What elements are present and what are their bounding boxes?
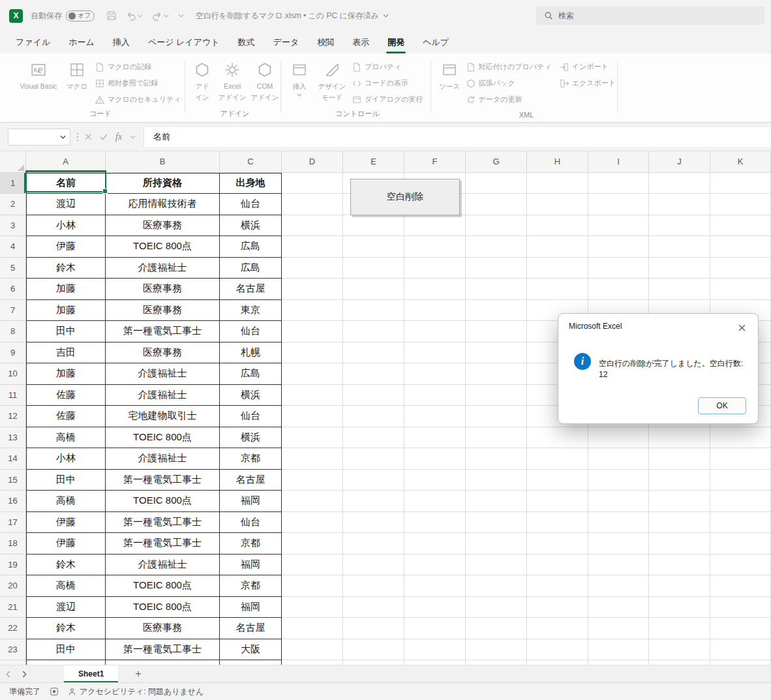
name-box[interactable]	[8, 129, 70, 145]
cell-H3[interactable]	[527, 215, 588, 237]
cell-G9[interactable]	[466, 342, 527, 364]
cell-B23[interactable]: 第一種電気工事士	[106, 639, 220, 661]
cell-C18[interactable]: 京都	[220, 533, 282, 555]
cell-E11[interactable]	[343, 385, 404, 406]
cell-H21[interactable]	[527, 597, 588, 618]
cell-E15[interactable]	[343, 470, 404, 491]
cell-C10[interactable]: 広島	[220, 363, 282, 385]
cell-D4[interactable]	[282, 236, 343, 258]
cell-I16[interactable]	[588, 491, 649, 512]
cell-E5[interactable]	[343, 258, 404, 279]
cell-K14[interactable]	[710, 448, 771, 470]
cell-K20[interactable]	[710, 575, 771, 597]
column-header-B[interactable]: B	[106, 151, 220, 173]
tab-insert[interactable]: 挿入	[106, 31, 136, 53]
cell-H22[interactable]	[527, 618, 588, 639]
cell-A2[interactable]: 渡辺	[26, 194, 106, 215]
save-button[interactable]	[106, 10, 117, 21]
cell-K23[interactable]	[710, 639, 771, 661]
cell-E20[interactable]	[343, 575, 404, 597]
cell-B15[interactable]: 第一種電気工事士	[106, 470, 220, 491]
tab-review[interactable]: 校閲	[310, 31, 340, 53]
row-header-10[interactable]: 10	[0, 363, 26, 385]
com-addins-button[interactable]: COM アドイン	[250, 57, 279, 102]
cell-D20[interactable]	[282, 575, 343, 597]
cell-J24[interactable]	[649, 660, 710, 665]
cell-F20[interactable]	[404, 575, 466, 597]
cell-C17[interactable]: 仙台	[220, 512, 282, 534]
cell-H15[interactable]	[527, 470, 588, 491]
row-header-20[interactable]: 20	[0, 575, 26, 597]
undo-button[interactable]	[126, 10, 143, 21]
cell-H17[interactable]	[527, 512, 588, 534]
cell-I18[interactable]	[588, 533, 649, 555]
cell-H19[interactable]	[527, 555, 588, 576]
cell-B9[interactable]: 医療事務	[106, 342, 220, 364]
cell-E3[interactable]	[343, 215, 404, 237]
row-header-21[interactable]: 21	[0, 597, 26, 618]
cell-H1[interactable]	[527, 173, 588, 194]
cell-J18[interactable]	[649, 533, 710, 555]
row-header-7[interactable]: 7	[0, 300, 26, 322]
cell-B12[interactable]: 宅地建物取引士	[106, 406, 220, 427]
cell-A18[interactable]: 伊藤	[26, 533, 106, 555]
cell-E19[interactable]	[343, 555, 404, 576]
cell-F14[interactable]	[404, 448, 466, 470]
cell-F12[interactable]	[404, 406, 466, 427]
tab-view[interactable]: 表示	[346, 31, 376, 53]
cell-A1[interactable]: 名前	[26, 173, 106, 194]
cell-I17[interactable]	[588, 512, 649, 534]
run-dialog-button[interactable]: ダイアログの実行	[352, 91, 423, 108]
design-mode-button[interactable]: デザイン モード	[316, 57, 348, 102]
cell-C6[interactable]: 名古屋	[220, 279, 282, 300]
excel-addins-button[interactable]: Excel アドイン	[218, 57, 247, 102]
formula-field[interactable]: 名前	[144, 127, 771, 147]
cell-F7[interactable]	[404, 300, 466, 322]
cell-E14[interactable]	[343, 448, 404, 470]
add-sheet-button[interactable]: +	[118, 665, 158, 682]
dialog-close-button[interactable]	[732, 319, 751, 336]
cell-K17[interactable]	[710, 512, 771, 534]
cell-C21[interactable]: 福岡	[220, 597, 282, 618]
cell-C7[interactable]: 東京	[220, 300, 282, 322]
row-header-15[interactable]: 15	[0, 470, 26, 491]
refresh-data-button[interactable]: データの更新	[466, 91, 556, 108]
properties-button[interactable]: プロパティ	[352, 59, 423, 75]
cell-F8[interactable]	[404, 321, 466, 342]
cell-J22[interactable]	[649, 618, 710, 639]
cell-H14[interactable]	[527, 448, 588, 470]
cell-F24[interactable]	[404, 660, 466, 665]
cell-B2[interactable]: 応用情報技術者	[106, 194, 220, 215]
cell-A16[interactable]: 高橋	[26, 491, 106, 512]
row-header-4[interactable]: 4	[0, 236, 26, 258]
visual-basic-button[interactable]: Visual Basic	[18, 57, 59, 91]
cell-A20[interactable]: 高橋	[26, 575, 106, 597]
row-header-3[interactable]: 3	[0, 215, 26, 237]
cell-F17[interactable]	[404, 512, 466, 534]
cell-F21[interactable]	[404, 597, 466, 618]
cell-C12[interactable]: 仙台	[220, 406, 282, 427]
cell-J16[interactable]	[649, 491, 710, 512]
insert-function-icon[interactable]: fx	[115, 132, 122, 142]
cell-F5[interactable]	[404, 258, 466, 279]
row-header-22[interactable]: 22	[0, 618, 26, 639]
row-header-1[interactable]: 1	[0, 173, 26, 194]
cell-K3[interactable]	[710, 215, 771, 237]
cell-G20[interactable]	[466, 575, 527, 597]
cell-F3[interactable]	[404, 215, 466, 237]
cell-H18[interactable]	[527, 533, 588, 555]
cell-H6[interactable]	[527, 279, 588, 300]
export-button[interactable]: エクスポート	[560, 75, 616, 91]
cell-G17[interactable]	[466, 512, 527, 534]
cell-F9[interactable]	[404, 342, 466, 364]
cell-G6[interactable]	[466, 279, 527, 300]
column-header-F[interactable]: F	[404, 151, 466, 173]
cell-E10[interactable]	[343, 363, 404, 385]
cell-J13[interactable]	[649, 427, 710, 449]
tab-developer[interactable]: 開発	[381, 31, 411, 53]
cell-D23[interactable]	[282, 639, 343, 661]
cell-I20[interactable]	[588, 575, 649, 597]
cell-E24[interactable]	[343, 660, 404, 665]
row-header-6[interactable]: 6	[0, 279, 26, 300]
cell-J4[interactable]	[649, 236, 710, 258]
